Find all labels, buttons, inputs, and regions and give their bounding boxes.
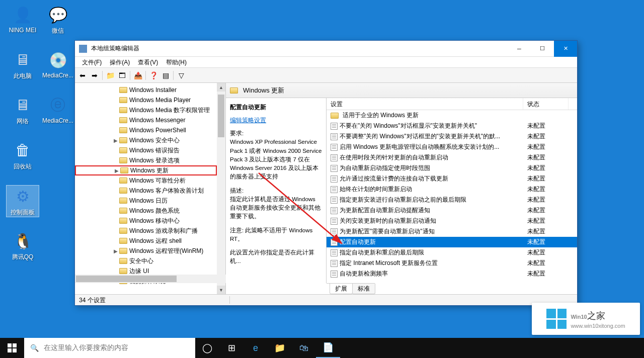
list-row[interactable]: 指定 Intranet Microsoft 更新服务位置未配置 [327,258,577,268]
task-view-icon[interactable]: ⊞ [219,338,244,358]
list-row[interactable]: 不要在"关闭 Windows"对话框显示"安装更新并关机"未配置 [327,121,577,131]
tree-item[interactable]: ▶Windows 安全中心 [75,135,217,145]
scroll-thumb[interactable] [218,95,224,137]
watermark-suffix: 之家 [587,311,605,321]
tree-item[interactable]: ▶Windows 远程管理(WinRM) [75,246,217,256]
row-state: 未配置 [523,238,569,246]
desktop-icon-微信[interactable]: 💬微信 [41,4,74,35]
row-label: 自动更新检测频率 [340,270,388,278]
row-state: 未配置 [523,122,569,130]
list-row[interactable]: 关闭安装更新时的自动重新启动通知未配置 [327,216,577,226]
tree-item[interactable]: Windows Media 数字权限管理 [75,105,217,115]
tree-item[interactable]: Windows 游戏录制和广播 [75,226,217,236]
tree-vscrollbar[interactable]: ▲ ▼ [217,83,225,294]
list-row[interactable]: 不要调整"关闭 Windows"对话框里的"安装更新并关机"的默...未配置 [327,131,577,142]
list-row[interactable]: 为更新配置自动重新启动提醒通知未配置 [327,205,577,216]
tree-item[interactable]: Windows Messenger [75,115,217,125]
back-icon[interactable]: ⬅ [77,70,88,81]
policy-icon [331,165,338,172]
desktop-icon-MediaCre...[interactable]: ⓔMediaCre... [41,95,74,124]
filter-icon[interactable]: ▽ [176,70,187,81]
tree-item-label: Windows 客户体验改善计划 [129,187,204,195]
tree-item[interactable]: Windows 可靠性分析 [75,175,217,186]
tree-item[interactable]: Windows 移动中心 [75,216,217,226]
tree-item[interactable]: 安全中心 [75,256,217,266]
tree-pane[interactable]: Windows InstallerWindows Media PlayerWin… [75,83,226,294]
list-row[interactable]: 自动更新检测频率未配置 [327,268,577,279]
right-pane-header: Windows 更新 [226,83,577,98]
app-icon [79,45,87,53]
desktop-icon-NING MEI[interactable]: 👤NING MEI [6,4,39,34]
policy-icon [331,144,338,151]
col-state[interactable]: 状态 [523,98,569,110]
separator [130,71,130,80]
tree-item[interactable]: Windows 远程 shell [75,236,217,246]
tree-item[interactable]: Windows 日历 [75,196,217,206]
cortana-icon[interactable]: ◯ [195,338,219,358]
desktop-icon-MediaCre...[interactable]: 💿MediaCre... [41,49,74,79]
expander-icon[interactable]: ▶ [112,138,119,143]
expander-icon[interactable]: ▶ [113,168,120,173]
explorer-icon[interactable]: 📁 [268,338,292,358]
tree-hscroll-thumb[interactable] [76,276,177,282]
up-icon[interactable]: 📁 [105,70,116,81]
menu-操作(A)[interactable]: 操作(A) [106,57,134,67]
menu-帮助(H)[interactable]: 帮助(H) [162,57,191,67]
row-state: 未配置 [523,153,569,162]
tree-item[interactable]: Windows 颜色系统 [75,206,217,216]
list-row[interactable]: 为自动重新启动指定使用时段范围未配置 [327,163,577,173]
tree-item[interactable]: Windows Installer [75,85,217,95]
menu-查看(V)[interactable]: 查看(V) [134,57,162,67]
icon-label: MediaCre... [41,72,74,79]
menu-文件(F)[interactable]: 文件(F) [78,57,106,67]
tree-item[interactable]: ▶Windows 更新 [75,165,217,175]
tab-extended[interactable]: 扩展 [330,284,353,294]
show-hide-tree-icon[interactable]: 🗔 [117,70,128,81]
desktop-icon-控制面板[interactable]: ⚙控制面板 [6,185,39,217]
start-button[interactable] [0,338,24,358]
scroll-up-icon[interactable]: ▲ [217,83,225,92]
properties-icon[interactable]: ❓ [148,70,159,81]
tree-item[interactable]: Windows PowerShell [75,125,217,135]
minimize-button[interactable]: ─ [508,41,531,57]
edge-icon[interactable]: e [244,338,268,358]
taskbar-search[interactable]: 🔍 在这里输入你要搜索的内容 [24,338,195,358]
gpedit-window: 本地组策略编辑器 ─ ☐ ✕ 文件(F)操作(A)查看(V)帮助(H) ⬅ ➡ … [74,40,578,306]
close-button[interactable]: ✕ [554,41,577,57]
desktop-icon-网络[interactable]: 🖥网络 [6,95,39,126]
list-icon[interactable]: ▤ [160,70,171,81]
desktop-icon-此电脑[interactable]: 🖥此电脑 [6,49,39,80]
tree-item-label: Windows 移动中心 [129,217,180,225]
store-icon[interactable]: 🛍 [292,338,316,358]
gpedit-taskbar-icon[interactable]: 📄 [316,338,340,358]
col-setting[interactable]: 设置 [327,98,523,110]
list-row[interactable]: 在使用时段关闭针对更新的自动重新启动未配置 [327,152,577,163]
list-row[interactable]: 为更新配置"需要自动重新启动"通知未配置 [327,226,577,237]
tree-item-label: Windows 安全中心 [129,136,180,145]
tree-item[interactable]: Windows 错误报告 [75,145,217,155]
titlebar[interactable]: 本地组策略编辑器 ─ ☐ ✕ [75,41,577,57]
desktop-icon-腾讯QQ[interactable]: 🐧腾讯QQ [6,230,39,261]
tree-item[interactable]: Windows Media Player [75,95,217,105]
desktop-icon-回收站[interactable]: 🗑回收站 [6,140,39,171]
list-row[interactable]: 允许通过按流量计费的连接自动下载更新未配置 [327,173,577,184]
forward-icon[interactable]: ➡ [89,70,100,81]
list-row[interactable]: 启用 Windows 更新电源管理以自动唤醒系统来安装计划的...未配置 [327,142,577,152]
list-row[interactable]: 配置自动更新未配置 [327,237,577,247]
policy-icon [331,133,338,140]
expander-icon[interactable]: ▶ [112,248,119,254]
maximize-button[interactable]: ☐ [531,41,554,57]
folder-icon [119,97,127,103]
tree-item[interactable]: Windows 登录选项 [75,155,217,165]
list-row[interactable]: 始终在计划的时间重新启动未配置 [327,184,577,195]
list-row[interactable]: 指定更新安装进行自动重新启动之前的最后期限未配置 [327,195,577,205]
scroll-down-icon[interactable]: ▼ [217,286,225,294]
edit-policy-link[interactable]: 编辑策略设置 [230,117,266,123]
tree-item[interactable]: Windows 客户体验改善计划 [75,186,217,196]
list-row[interactable]: 指定自动更新和重启的最后期限未配置 [327,247,577,258]
row-state: 未配置 [523,185,569,194]
tab-standard[interactable]: 标准 [352,284,375,294]
export-icon[interactable]: 📤 [132,70,143,81]
list-row[interactable]: 适用于企业的 Windows 更新 [327,110,577,121]
settings-list[interactable]: 设置 状态 适用于企业的 Windows 更新不要在"关闭 Windows"对话… [327,98,577,283]
